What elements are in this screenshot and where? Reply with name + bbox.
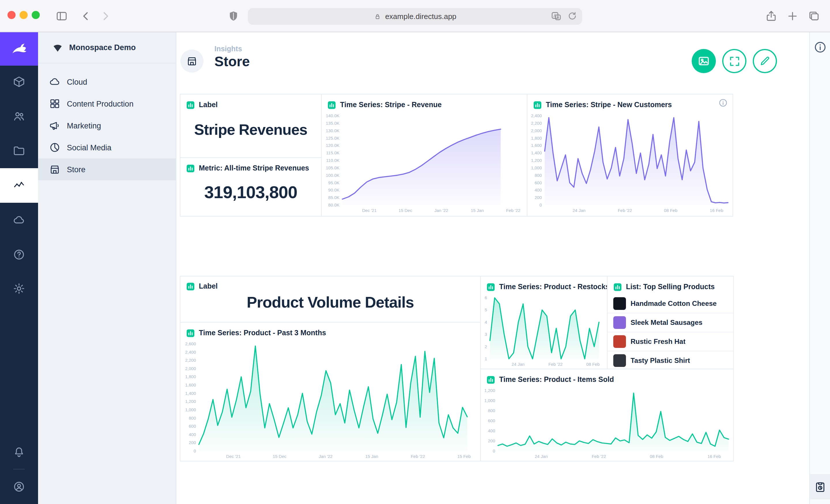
product-items-sold-chart: 1,2001,000800600400200024 JanFeb '2208 F… — [481, 387, 733, 460]
svg-text:400: 400 — [535, 188, 542, 192]
megaphone-icon — [49, 120, 61, 131]
cloud-icon — [49, 76, 61, 88]
module-settings-icon[interactable] — [0, 271, 38, 306]
module-cloud-icon[interactable] — [0, 203, 38, 237]
panel-title: Time Series: Product - Items Sold — [499, 375, 614, 383]
sidebar-item-label: Cloud — [67, 77, 87, 86]
panel-chart-icon — [186, 329, 195, 337]
activity-log-button[interactable] — [810, 474, 830, 499]
svg-text:15 Dec: 15 Dec — [273, 454, 286, 459]
panel-title: Time Series: Stripe - New Customers — [546, 101, 672, 109]
svg-text:100.0K: 100.0K — [326, 173, 340, 178]
panel-ts-product-restocks: Time Series: Product - Restocks 65432124… — [480, 276, 608, 369]
tab-overview-icon[interactable] — [807, 10, 820, 23]
svg-text:6: 6 — [485, 295, 487, 300]
module-content-icon[interactable] — [0, 65, 38, 99]
svg-text:2,000: 2,000 — [185, 366, 196, 371]
svg-text:Feb '22: Feb '22 — [548, 362, 563, 367]
panel-title: Metric: All-time Stripe Revenues — [199, 164, 309, 172]
svg-text:1,200: 1,200 — [185, 399, 196, 404]
panel-image-button[interactable] — [692, 49, 716, 73]
svg-text:Dec '21: Dec '21 — [362, 208, 376, 213]
panel-chart-icon — [186, 282, 195, 291]
product-past3-chart: 2,6002,4002,2002,0001,8001,6001,4001,200… — [181, 340, 480, 460]
edit-panels-button[interactable] — [753, 49, 777, 73]
sidebar-item-marketing[interactable]: Marketing — [38, 114, 176, 136]
project-header[interactable]: Monospace Demo — [38, 32, 176, 63]
breadcrumb[interactable]: Insights — [215, 45, 242, 53]
svg-text:16 Feb: 16 Feb — [707, 454, 721, 459]
list-item[interactable]: Rustic Fresh Hat — [608, 332, 733, 351]
svg-text:08 Feb: 08 Feb — [650, 454, 663, 459]
sidebar-toggle-icon[interactable] — [55, 10, 68, 23]
info-icon[interactable] — [813, 40, 827, 54]
module-help-icon[interactable] — [0, 237, 38, 272]
svg-text:400: 400 — [488, 428, 495, 433]
product-thumbnail — [613, 335, 626, 348]
sidebar-item-label: Social Media — [67, 143, 111, 152]
dashboard-icon-badge — [181, 49, 203, 73]
sidebar-item-label: Content Production — [67, 99, 133, 108]
user-avatar[interactable] — [0, 469, 38, 504]
stripe-new-customers-chart: 2,4002,2002,0001,8001,6001,4001,2001,000… — [528, 112, 733, 214]
fullscreen-button[interactable] — [722, 49, 746, 73]
svg-text:4: 4 — [485, 320, 487, 325]
panel-chart-icon — [486, 282, 495, 291]
minimize-window-button[interactable] — [20, 11, 28, 19]
reload-icon[interactable] — [567, 10, 578, 22]
sidebar-item-content-production[interactable]: Content Production — [38, 93, 176, 114]
svg-text:200: 200 — [189, 440, 196, 445]
project-name: Monospace Demo — [69, 43, 136, 52]
fullscreen-icon — [728, 55, 740, 67]
svg-text:600: 600 — [488, 418, 495, 423]
zoom-window-button[interactable] — [32, 11, 40, 19]
panel-list-top-selling: List: Top Selling Products Handmade Cott… — [607, 276, 734, 369]
metric-value: 319,103,800 — [181, 182, 321, 202]
svg-text:1,000: 1,000 — [484, 398, 495, 403]
svg-text:24 Jan: 24 Jan — [573, 208, 585, 213]
panel-title: Time Series: Stripe - Revenue — [340, 101, 442, 109]
svg-text:24 Jan: 24 Jan — [512, 362, 524, 367]
svg-text:600: 600 — [535, 180, 542, 185]
product-restocks-chart: 65432124 JanFeb '2208 Feb — [481, 294, 607, 368]
panel-title: Time Series: Product - Restocks — [499, 283, 610, 291]
panel-info-icon[interactable] — [718, 98, 728, 108]
close-window-button[interactable] — [7, 11, 15, 19]
notifications-bell-icon[interactable] — [0, 435, 38, 469]
sidebar-item-cloud[interactable]: Cloud — [38, 71, 176, 93]
svg-text:115.0K: 115.0K — [326, 150, 340, 155]
panel-title: List: Top Selling Products — [626, 283, 715, 291]
address-bar[interactable]: example.directus.app Aa — [248, 8, 582, 25]
list-item[interactable]: Tasty Plastic Shirt — [608, 351, 733, 370]
dashboard-main: Insights Store Label Stripe Rev — [177, 32, 809, 504]
svg-text:95.0K: 95.0K — [328, 180, 340, 185]
svg-text:2,400: 2,400 — [531, 113, 542, 118]
navigation-sidebar: Monospace Demo Cloud Content Production … — [38, 32, 177, 504]
module-insights-icon[interactable] — [0, 168, 38, 203]
panel-ts-product-past3: Time Series: Product - Past 3 Months 2,6… — [181, 322, 480, 461]
directus-logo[interactable] — [0, 32, 38, 66]
svg-text:a: a — [557, 15, 559, 20]
new-tab-icon[interactable] — [786, 10, 799, 23]
image-icon — [697, 55, 710, 67]
back-icon[interactable] — [79, 10, 92, 23]
sidebar-item-social-media[interactable]: Social Media — [38, 136, 176, 158]
module-users-icon[interactable] — [0, 99, 38, 134]
sidebar-item-label: Store — [67, 165, 86, 174]
forward-icon[interactable] — [99, 10, 112, 23]
panel-chart-icon — [327, 101, 336, 109]
panel-chart-icon — [486, 375, 495, 384]
list-item[interactable]: Sleek Metal Sausages — [608, 313, 733, 332]
stripe-revenue-chart: 140.0K135.0K130.0K125.0K120.0K115.0K110.… — [322, 112, 527, 214]
translate-icon[interactable]: Aa — [550, 10, 562, 22]
list-item[interactable]: Handmade Cotton Cheese — [608, 294, 733, 313]
module-files-icon[interactable] — [0, 134, 38, 168]
svg-text:15 Jan: 15 Jan — [471, 208, 484, 213]
privacy-shield-icon[interactable] — [227, 10, 240, 23]
svg-text:Feb '22: Feb '22 — [592, 454, 606, 459]
sidebar-item-store[interactable]: Store — [38, 158, 176, 180]
svg-text:800: 800 — [535, 173, 542, 178]
share-icon[interactable] — [765, 10, 777, 23]
svg-text:15 Dec: 15 Dec — [398, 208, 412, 213]
svg-text:15 Jan: 15 Jan — [365, 454, 378, 459]
